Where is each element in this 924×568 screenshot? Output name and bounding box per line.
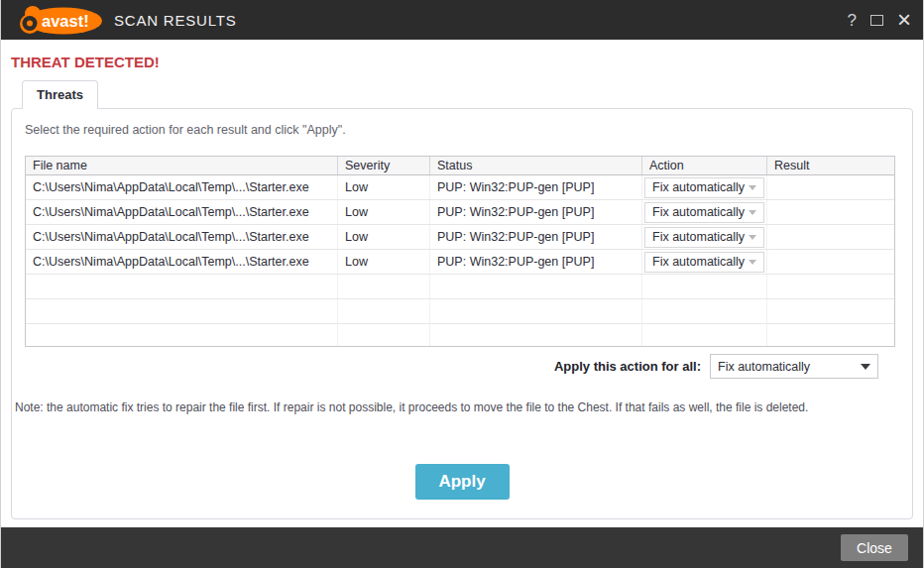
threats-table: File name Severity Status Action Result …: [25, 156, 895, 347]
column-header-severity: Severity: [337, 157, 429, 174]
empty-table-row: [26, 299, 894, 324]
action-dropdown[interactable]: Fix automatically: [644, 177, 764, 198]
cell-file-name: C:\Users\Nima\AppData\Local\Temp\...\Sta…: [26, 175, 337, 199]
cell-severity: Low: [337, 175, 429, 199]
instruction-text: Select the required action for each resu…: [12, 109, 912, 137]
cell-result: [766, 250, 894, 274]
threats-panel: Select the required action for each resu…: [11, 108, 913, 519]
column-header-result: Result: [766, 157, 894, 174]
apply-all-dropdown[interactable]: Fix automatically: [710, 354, 878, 379]
action-dropdown-value: Fix automatically: [652, 230, 745, 244]
chevron-down-icon: [749, 185, 756, 190]
cell-action: Fix automatically: [641, 250, 766, 274]
apply-all-dropdown-value: Fix automatically: [718, 360, 810, 374]
cell-severity: Low: [337, 250, 429, 274]
avast-logo-icon: avast!: [19, 6, 102, 36]
table-row: C:\Users\Nima\AppData\Local\Temp\...\Sta…: [26, 175, 894, 200]
maximize-icon[interactable]: [870, 15, 883, 26]
cell-status: PUP: Win32:PUP-gen [PUP]: [429, 225, 641, 249]
action-dropdown-value: Fix automatically: [652, 255, 745, 269]
apply-all-row: Apply this action for all: Fix automatic…: [12, 354, 878, 379]
column-header-status: Status: [429, 157, 641, 174]
window-title: SCAN RESULTS: [114, 12, 237, 29]
close-button[interactable]: Close: [841, 534, 908, 561]
cell-severity: Low: [337, 200, 429, 224]
table-row: C:\Users\Nima\AppData\Local\Temp\...\Sta…: [26, 200, 894, 225]
table-header-row: File name Severity Status Action Result: [26, 157, 894, 175]
scan-results-window: avast! SCAN RESULTS ? × THREAT DETECTED!…: [0, 0, 924, 568]
action-dropdown[interactable]: Fix automatically: [644, 227, 764, 248]
cell-status: PUP: Win32:PUP-gen [PUP]: [429, 175, 641, 199]
cell-status: PUP: Win32:PUP-gen [PUP]: [429, 250, 641, 274]
note-text: Note: the automatic fix tries to repair …: [15, 400, 896, 414]
chevron-down-icon: [861, 364, 870, 370]
empty-table-row: [26, 275, 894, 299]
column-header-action: Action: [641, 157, 766, 174]
footer-bar: Close: [1, 527, 923, 568]
cell-result: [766, 175, 894, 199]
window-controls: ? ×: [848, 8, 911, 32]
table-row: C:\Users\Nima\AppData\Local\Temp\...\Sta…: [26, 250, 894, 275]
apply-all-label: Apply this action for all:: [554, 359, 701, 374]
cell-result: [766, 225, 894, 249]
threat-detected-alert: THREAT DETECTED!: [11, 54, 923, 70]
chevron-down-icon: [749, 235, 756, 240]
action-dropdown[interactable]: Fix automatically: [644, 202, 764, 223]
chevron-down-icon: [749, 260, 756, 265]
table-row: C:\Users\Nima\AppData\Local\Temp\...\Sta…: [26, 225, 894, 250]
cell-status: PUP: Win32:PUP-gen [PUP]: [429, 200, 641, 224]
column-header-file-name: File name: [26, 157, 337, 174]
cell-action: Fix automatically: [641, 175, 766, 199]
cell-action: Fix automatically: [641, 225, 766, 249]
cell-result: [766, 200, 894, 224]
close-icon[interactable]: ×: [897, 8, 911, 32]
cell-action: Fix automatically: [641, 200, 766, 224]
avast-logo-text: avast!: [42, 12, 89, 30]
action-dropdown[interactable]: Fix automatically: [644, 252, 764, 273]
tab-threats[interactable]: Threats: [22, 80, 98, 109]
titlebar: avast! SCAN RESULTS ? ×: [1, 0, 923, 40]
apply-button[interactable]: Apply: [415, 464, 510, 500]
action-dropdown-value: Fix automatically: [652, 180, 745, 194]
action-dropdown-value: Fix automatically: [652, 205, 745, 219]
cell-file-name: C:\Users\Nima\AppData\Local\Temp\...\Sta…: [26, 250, 337, 274]
empty-table-row: [26, 324, 894, 347]
cell-file-name: C:\Users\Nima\AppData\Local\Temp\...\Sta…: [26, 200, 337, 224]
cell-file-name: C:\Users\Nima\AppData\Local\Temp\...\Sta…: [26, 225, 337, 249]
help-icon[interactable]: ?: [848, 12, 857, 29]
cell-severity: Low: [337, 225, 429, 249]
chevron-down-icon: [749, 210, 756, 215]
